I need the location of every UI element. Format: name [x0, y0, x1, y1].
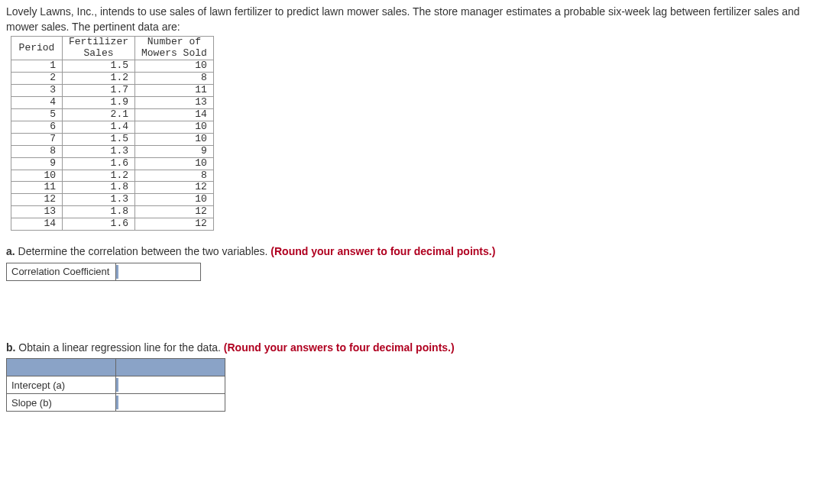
cell-mowers: 12 [135, 206, 214, 218]
intercept-label: Intercept (a) [7, 376, 116, 394]
cell-period: 3 [11, 84, 63, 96]
cell-period: 8 [11, 145, 63, 157]
table-row: 131.812 [11, 206, 214, 218]
cell-fertilizer: 1.2 [63, 170, 135, 182]
cell-fertilizer: 1.5 [63, 133, 135, 145]
cell-mowers: 12 [135, 218, 214, 231]
cell-mowers: 10 [135, 133, 214, 145]
cell-fertilizer: 1.8 [63, 182, 135, 194]
cell-period: 13 [11, 206, 63, 218]
col-fertilizer-header: Fertilizer Sales [63, 37, 135, 60]
correlation-input[interactable] [116, 265, 200, 279]
blank-header-right [116, 359, 225, 376]
qa-text: Determine the correlation between the tw… [18, 245, 271, 257]
cell-mowers: 8 [135, 170, 214, 182]
cell-period: 11 [11, 182, 63, 194]
table-row: 71.510 [11, 133, 214, 145]
cell-period: 7 [11, 133, 63, 145]
data-table: Period Fertilizer Sales Number of Mowers… [11, 36, 214, 231]
cell-mowers: 13 [135, 96, 214, 108]
table-row: 21.28 [11, 73, 214, 85]
blank-header-left [7, 359, 116, 376]
cell-mowers: 8 [135, 73, 214, 85]
slope-input[interactable] [116, 396, 200, 409]
qb-hint: (Round your answers to four decimal poin… [224, 341, 455, 354]
question-b: b. Obtain a linear regression line for t… [6, 341, 833, 356]
table-row: 111.812 [11, 182, 214, 194]
table-row: 91.610 [11, 157, 214, 170]
answer-table-a: Correlation Coefficient [6, 263, 201, 281]
cell-period: 14 [11, 218, 63, 231]
cell-mowers: 10 [135, 60, 214, 73]
cell-period: 9 [11, 157, 63, 170]
cell-fertilizer: 1.5 [63, 60, 135, 73]
cell-fertilizer: 1.7 [63, 84, 135, 96]
question-a: a. Determine the correlation between the… [6, 244, 833, 260]
cell-fertilizer: 1.3 [63, 194, 135, 206]
cell-period: 12 [11, 194, 63, 206]
qb-text: Obtain a linear regression line for the … [18, 341, 224, 354]
cell-mowers: 14 [135, 108, 214, 121]
cell-mowers: 12 [135, 182, 214, 194]
cell-fertilizer: 1.4 [63, 121, 135, 133]
correlation-label: Correlation Coefficient [7, 263, 116, 280]
table-row: 11.510 [11, 60, 214, 73]
answer-table-b: Intercept (a) Slope (b) [6, 358, 225, 412]
cell-period: 2 [11, 73, 63, 85]
cell-fertilizer: 1.8 [63, 206, 135, 218]
table-row: 141.612 [11, 218, 214, 231]
col-period-header: Period [11, 37, 63, 60]
problem-intro: Lovely Lawns, Inc., intends to use sales… [6, 5, 833, 34]
cell-period: 10 [11, 170, 63, 182]
cell-fertilizer: 1.9 [63, 96, 135, 108]
table-row: 101.28 [11, 170, 214, 182]
cell-mowers: 11 [135, 84, 214, 96]
cell-period: 5 [11, 108, 63, 121]
cell-period: 1 [11, 60, 63, 73]
cell-period: 6 [11, 121, 63, 133]
table-row: 31.711 [11, 84, 214, 96]
table-row: 41.913 [11, 96, 214, 108]
qa-hint: (Round your answer to four decimal point… [270, 245, 495, 257]
slope-label: Slope (b) [7, 394, 116, 412]
cell-mowers: 9 [135, 145, 214, 157]
table-row: 81.39 [11, 145, 214, 157]
intercept-input[interactable] [116, 378, 200, 392]
cell-mowers: 10 [135, 157, 214, 170]
qb-prefix: b. [6, 341, 18, 354]
cell-mowers: 10 [135, 121, 214, 133]
cell-fertilizer: 1.6 [63, 218, 135, 231]
table-row: 121.310 [11, 194, 214, 206]
cell-fertilizer: 1.3 [63, 145, 135, 157]
table-row: 52.114 [11, 108, 214, 121]
cell-fertilizer: 1.2 [63, 73, 135, 85]
col-mowers-header: Number of Mowers Sold [135, 37, 214, 60]
cell-fertilizer: 1.6 [63, 157, 135, 170]
cell-fertilizer: 2.1 [63, 108, 135, 121]
cell-period: 4 [11, 96, 63, 108]
table-row: 61.410 [11, 121, 214, 133]
qa-prefix: a. [6, 245, 18, 257]
cell-mowers: 10 [135, 194, 214, 206]
